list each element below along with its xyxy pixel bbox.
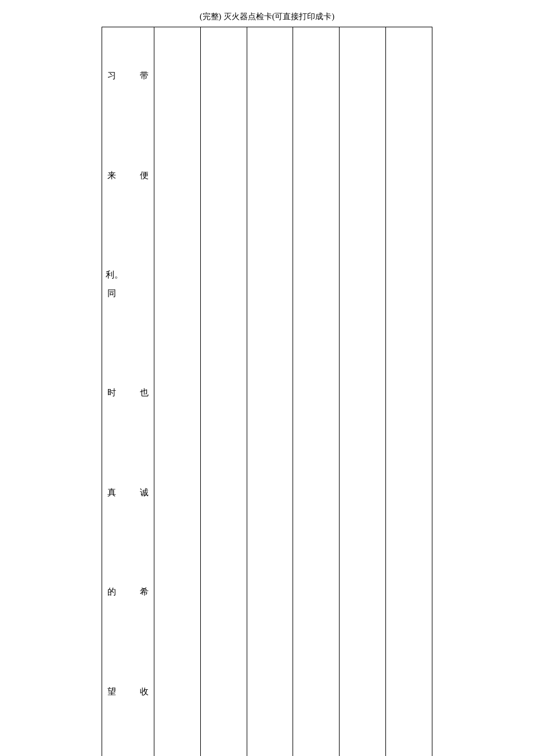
- page-title: (完整) 灭火器点检卡(可直接打印成卡): [23, 12, 511, 22]
- data-col-4: [293, 27, 340, 757]
- text-cell: 习带 来便 利。同 时也 真诚 的希 望收 到您 的建: [102, 27, 154, 757]
- main-table: 习带 来便 利。同 时也 真诚 的希 望收 到您 的建: [102, 27, 432, 756]
- table-row: 习带 来便 利。同 时也 真诚 的希 望收 到您 的建: [102, 27, 432, 757]
- chinese-text-content: 习带 来便 利。同 时也 真诚 的希 望收 到您 的建: [104, 28, 151, 756]
- data-col-2: [200, 27, 247, 757]
- data-col-5: [340, 27, 386, 757]
- data-col-6: [386, 27, 432, 757]
- page-container: (完整) 灭火器点检卡(可直接打印成卡) 习带 来便 利。同 时也 真诚 的希: [0, 0, 534, 756]
- data-col-3: [247, 27, 293, 757]
- data-col-1: [154, 27, 200, 757]
